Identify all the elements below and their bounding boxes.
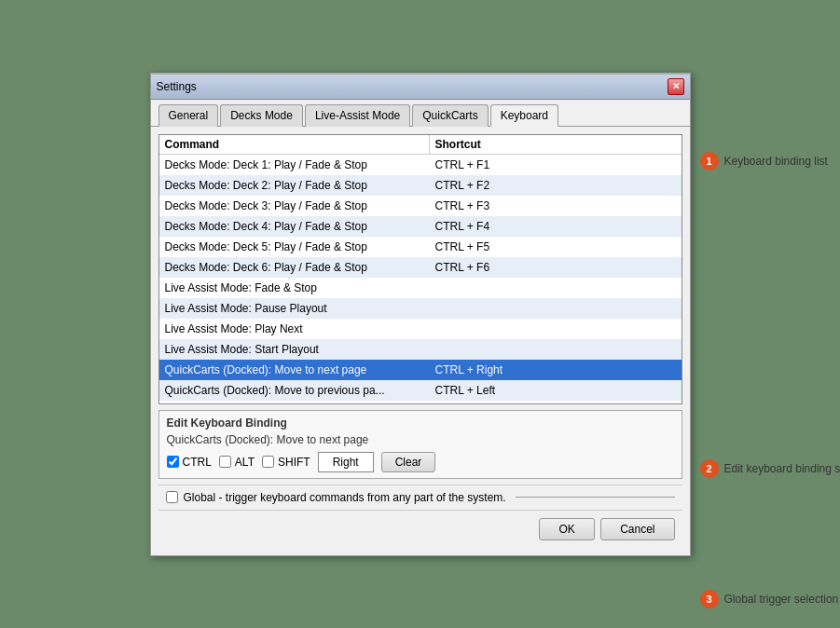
header-command: Command	[159, 135, 430, 154]
row-shortcut: CTRL + F2	[430, 177, 682, 194]
row-command: Live Assist Mode: Start Playout	[159, 341, 430, 358]
row-shortcut: CTRL + F6	[430, 259, 682, 276]
row-shortcut	[430, 341, 682, 358]
tab-keyboard[interactable]: Keyboard	[490, 104, 558, 127]
row-shortcut: CTRL + Right	[430, 362, 682, 378]
table-row[interactable]: Decks Mode: Deck 5: Play / Fade & Stop C…	[159, 237, 682, 257]
row-shortcut	[430, 280, 682, 296]
tab-quickcarts[interactable]: QuickCarts	[412, 104, 488, 127]
ctrl-checkbox[interactable]	[167, 456, 179, 468]
global-line	[516, 497, 675, 498]
shift-label[interactable]: SHIFT	[278, 456, 310, 469]
alt-checkbox-group: ALT	[219, 456, 255, 469]
main-content: Command Shortcut Decks Mode: Deck 1: Pla…	[151, 127, 690, 555]
table-row[interactable]: Decks Mode: Deck 3: Play / Fade & Stop C…	[159, 196, 682, 216]
global-checkbox[interactable]	[166, 491, 178, 503]
cancel-button[interactable]: Cancel	[600, 518, 674, 540]
close-button[interactable]: ✕	[668, 78, 684, 95]
row-command: Live Assist Mode: Pause Playout	[159, 300, 430, 317]
table-row[interactable]: Decks Mode: Deck 2: Play / Fade & Stop C…	[159, 175, 682, 196]
keyboard-binding-list: Command Shortcut Decks Mode: Deck 1: Pla…	[158, 134, 682, 404]
row-command: Decks Mode: Deck 1: Play / Fade & Stop	[159, 157, 430, 173]
row-shortcut: CTRL + F3	[430, 198, 682, 214]
table-row[interactable]: Decks Mode: Deck 4: Play / Fade & Stop C…	[159, 216, 682, 237]
table-row[interactable]: Live Assist Mode: Pause Playout	[159, 298, 682, 319]
list-scroll-area[interactable]: Command Shortcut Decks Mode: Deck 1: Pla…	[159, 135, 682, 403]
shift-checkbox[interactable]	[262, 456, 274, 468]
callout-1: 1 Keyboard binding list	[700, 152, 828, 171]
callout-badge-2: 2	[700, 459, 719, 478]
row-command: Decks Mode: Deck 6: Play / Fade & Stop	[159, 259, 430, 276]
clear-button[interactable]: Clear	[381, 452, 436, 472]
row-shortcut: CTRL + F1	[430, 157, 682, 173]
tab-live-assist-mode[interactable]: Live-Assist Mode	[305, 104, 410, 127]
global-trigger-section: Global - trigger keyboard commands from …	[158, 485, 682, 510]
table-row[interactable]: Decks Mode: Deck 1: Play / Fade & Stop C…	[159, 155, 682, 175]
row-command: Decks Mode: Deck 2: Play / Fade & Stop	[159, 177, 430, 194]
row-shortcut: CTRL + Left	[430, 382, 682, 399]
row-shortcut: CTRL + F5	[430, 239, 682, 255]
shift-checkbox-group: SHIFT	[262, 456, 310, 469]
edit-command-label: QuickCarts (Docked): Move to next page	[167, 433, 674, 446]
callout-text-1: Keyboard binding list	[724, 155, 828, 168]
window-title: Settings	[157, 80, 197, 93]
row-command: Decks Mode: Deck 4: Play / Fade & Stop	[159, 218, 430, 235]
table-row[interactable]: Live Assist Mode: Start Playout	[159, 339, 682, 360]
edit-controls: CTRL ALT SHIFT Right Clear	[167, 452, 674, 472]
table-row[interactable]: QuickCarts (Docked): R1-C1: Play / Fade …	[159, 401, 682, 403]
row-command: Decks Mode: Deck 3: Play / Fade & Stop	[159, 198, 430, 214]
row-command: Decks Mode: Deck 5: Play / Fade & Stop	[159, 239, 430, 255]
global-label[interactable]: Global - trigger keyboard commands from …	[184, 491, 506, 504]
table-row[interactable]: QuickCarts (Docked): Move to previous pa…	[159, 380, 682, 401]
callout-2: 2 Edit keyboard binding section	[700, 459, 841, 478]
row-command: Live Assist Mode: Play Next	[159, 321, 430, 337]
table-row[interactable]: Decks Mode: Deck 6: Play / Fade & Stop C…	[159, 257, 682, 278]
callout-text-3: Global trigger selection	[724, 593, 839, 606]
tab-decks-mode[interactable]: Decks Mode	[220, 104, 303, 127]
key-display[interactable]: Right	[318, 452, 374, 472]
row-shortcut	[430, 403, 682, 403]
ok-button[interactable]: OK	[539, 518, 595, 540]
callout-badge-1: 1	[700, 152, 719, 171]
row-shortcut	[430, 300, 682, 317]
edit-title: Edit Keyboard Binding	[167, 416, 674, 430]
tab-general[interactable]: General	[158, 104, 219, 127]
table-row[interactable]: QuickCarts (Docked): Move to next page C…	[159, 360, 682, 380]
edit-keyboard-binding-section: Edit Keyboard Binding QuickCarts (Docked…	[158, 410, 682, 479]
callout-text-2: Edit keyboard binding section	[724, 462, 841, 475]
tabs-bar: General Decks Mode Live-Assist Mode Quic…	[151, 100, 690, 127]
header-shortcut: Shortcut	[430, 135, 682, 154]
row-shortcut: CTRL + F4	[430, 218, 682, 235]
ctrl-label[interactable]: CTRL	[183, 456, 212, 469]
callout-badge-3: 3	[700, 590, 719, 608]
row-command: QuickCarts (Docked): Move to previous pa…	[159, 382, 430, 399]
footer: OK Cancel	[158, 510, 682, 548]
alt-label[interactable]: ALT	[235, 456, 255, 469]
row-shortcut	[430, 321, 682, 337]
row-command: QuickCarts (Docked): Move to next page	[159, 362, 430, 378]
row-command: Live Assist Mode: Fade & Stop	[159, 280, 430, 296]
ctrl-checkbox-group: CTRL	[167, 456, 212, 469]
table-row[interactable]: Live Assist Mode: Fade & Stop	[159, 278, 682, 298]
list-header: Command Shortcut	[159, 135, 682, 155]
table-row[interactable]: Live Assist Mode: Play Next	[159, 319, 682, 339]
row-command: QuickCarts (Docked): R1-C1: Play / Fade …	[159, 403, 430, 403]
settings-window: Settings ✕ General Decks Mode Live-Assis…	[150, 73, 691, 556]
callout-3: 3 Global trigger selection	[700, 590, 839, 608]
alt-checkbox[interactable]	[219, 456, 231, 468]
titlebar: Settings ✕	[151, 75, 690, 100]
list-rows: Decks Mode: Deck 1: Play / Fade & Stop C…	[159, 155, 682, 403]
